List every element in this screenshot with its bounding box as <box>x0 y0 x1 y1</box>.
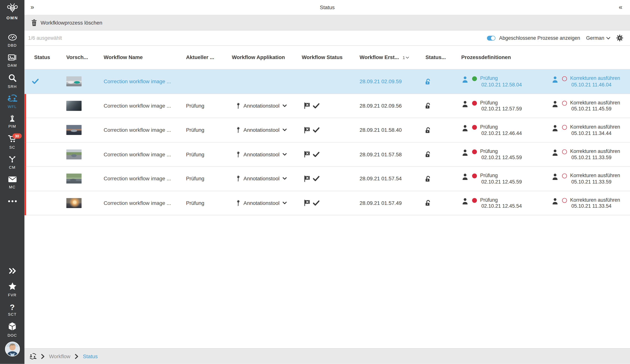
dashboard-icon <box>8 34 17 42</box>
definition-label: Prüfung <box>480 76 522 82</box>
person-icon <box>462 174 468 180</box>
row-selected-check-icon[interactable] <box>30 94 41 118</box>
workflow-name-link[interactable]: Correction workflow image ... <box>104 94 184 118</box>
sidebar-item-cm[interactable]: CM <box>0 152 24 172</box>
application-label: Annotationstool <box>244 176 280 182</box>
sidebar-item-sct[interactable]: ?SCT <box>0 300 24 320</box>
table-row[interactable]: Correction workflow image ... Prüfung An… <box>24 118 630 142</box>
collapse-panel-right-icon[interactable]: « <box>619 4 622 11</box>
workflow-application-dropdown[interactable]: Annotationstool <box>236 142 287 166</box>
sidebar-item-more[interactable] <box>0 193 24 208</box>
column-header-preview[interactable]: Vorsch... <box>66 46 88 69</box>
row-thumbnail[interactable] <box>66 94 82 118</box>
table-row[interactable]: Correction workflow image ... 28.09.21 0… <box>24 70 630 94</box>
definition-label: Korrekturen ausführen <box>570 124 620 130</box>
workflow-application-dropdown[interactable]: Annotationstool <box>236 118 287 142</box>
column-header-lock[interactable]: Status... <box>426 46 446 69</box>
column-header-definitions[interactable]: Prozessdefinitionen <box>461 46 511 69</box>
sidebar-item-pim[interactable]: PPIM <box>0 112 24 132</box>
sidebar-item-label: CM <box>9 165 16 170</box>
workflow-name-link[interactable]: Correction workflow image ... <box>104 167 184 190</box>
unlock-icon[interactable] <box>425 142 431 166</box>
sidebar-item-expand[interactable] <box>0 264 24 280</box>
unlock-icon[interactable] <box>425 167 431 190</box>
definition-label: Korrekturen ausführen <box>570 100 620 106</box>
unlock-icon[interactable] <box>425 118 431 142</box>
column-header-name[interactable]: Workflow Name <box>104 46 143 69</box>
column-header-current_step[interactable]: Aktueller ... <box>186 46 214 69</box>
sidebar-item-mc[interactable]: MC <box>0 172 24 193</box>
definition-timestamp: 05.10.21 11.46.04 <box>571 82 620 88</box>
sidebar-item-sc[interactable]: SC30 <box>0 132 24 152</box>
process-definition: Prüfung 02.10.21 12.45.59 <box>462 173 522 185</box>
sort-indicator: 1 <box>402 55 409 60</box>
selected-count: 1/6 ausgewählt <box>28 35 62 41</box>
row-selected-check-icon[interactable] <box>30 167 41 190</box>
table-row[interactable]: Correction workflow image ... Prüfung An… <box>24 191 630 215</box>
app-logo-text: OMN <box>6 15 18 20</box>
row-thumbnail[interactable] <box>66 191 82 215</box>
current-step-label: Prüfung <box>186 118 204 142</box>
row-thumbnail[interactable] <box>66 167 82 190</box>
unlock-icon[interactable] <box>425 94 431 118</box>
created-timestamp: 28.09.21 01.57.58 <box>360 142 402 166</box>
row-thumbnail[interactable] <box>66 118 82 142</box>
delete-workflow-process-label: Workfklowprozess löschen <box>40 20 102 26</box>
sidebar-item-srh[interactable]: SRH <box>0 71 24 91</box>
delete-workflow-process-button[interactable]: Workfklowprozess löschen <box>31 19 102 26</box>
sidebar-item-doc[interactable]: DOC <box>0 320 24 340</box>
table-row[interactable]: Correction workflow image ... Prüfung An… <box>24 142 630 167</box>
workflow-application-dropdown[interactable]: Annotationstool <box>236 94 287 118</box>
workflow-icon <box>7 94 18 104</box>
workflow-name-link[interactable]: Correction workflow image ... <box>104 70 184 94</box>
settings-gear-icon[interactable] <box>616 34 623 41</box>
definition-timestamp: 02.10.21 12.45.59 <box>481 179 522 185</box>
car-photo <box>66 76 82 86</box>
sidebar-item-dbd[interactable]: DBD <box>0 30 24 51</box>
column-header-application[interactable]: Workflow Applikation <box>232 46 285 69</box>
sidebar-item-wfl[interactable]: WFL <box>0 91 24 112</box>
row-selected-check-icon[interactable] <box>30 70 41 94</box>
selection-bar: 1/6 ausgewählt Abgeschlossene Prozesse a… <box>24 30 630 46</box>
workflow-name-link[interactable]: Correction workflow image ... <box>104 142 184 166</box>
workflow-application-dropdown[interactable]: Annotationstool <box>236 191 287 215</box>
table-row[interactable]: Correction workflow image ... Prüfung An… <box>24 94 630 118</box>
flag-x-icon <box>304 102 310 109</box>
chevron-down-icon <box>282 104 287 107</box>
sidebar-item-label: FVR <box>8 293 16 297</box>
person-icon <box>552 198 558 204</box>
flag-x-icon <box>304 151 310 158</box>
process-definition: Korrekturen ausführen 05.10.21 11.33.59 <box>552 173 620 185</box>
definition-label: Prüfung <box>480 124 522 130</box>
unlock-icon[interactable] <box>425 191 431 215</box>
breadcrumb-item[interactable]: Workflow <box>49 353 70 359</box>
sidebar-item-dam[interactable]: DAM <box>0 51 24 71</box>
status-dot-red-outline <box>562 149 567 154</box>
column-header-workflow_status[interactable]: Workflow Status <box>302 46 342 69</box>
definition-timestamp: 05.10.21 11.33.59 <box>571 179 620 185</box>
workflow-name-link[interactable]: Correction workflow image ... <box>104 118 184 142</box>
row-thumbnail[interactable] <box>66 70 82 94</box>
sidebar-item-label: SCT <box>8 312 16 316</box>
car-photo <box>66 198 82 208</box>
row-alert-bar <box>24 191 26 215</box>
row-thumbnail[interactable] <box>66 142 82 166</box>
show-completed-toggle[interactable] <box>487 36 496 40</box>
workflow-application-dropdown[interactable]: Annotationstool <box>236 167 287 190</box>
workflow-name-link[interactable]: Correction workflow image ... <box>104 191 184 215</box>
language-dropdown[interactable]: German <box>586 35 610 41</box>
row-selected-check-icon[interactable] <box>30 142 41 166</box>
sidebar-item-fvr[interactable]: FVR <box>0 280 24 300</box>
column-header-status[interactable]: Status <box>34 46 50 69</box>
unlock-icon[interactable] <box>425 70 431 94</box>
workflow-status-icons <box>304 118 322 142</box>
row-selected-check-icon[interactable] <box>30 118 41 142</box>
column-header-created[interactable]: Workflow Erst...1 <box>360 46 409 69</box>
person-icon <box>462 125 468 131</box>
row-selected-check-icon[interactable] <box>30 191 41 215</box>
mail-icon <box>8 176 17 184</box>
table-row[interactable]: Correction workflow image ... Prüfung An… <box>24 167 630 191</box>
breadcrumb-item[interactable]: Status <box>83 353 98 359</box>
definition-label: Korrekturen ausführen <box>570 173 620 179</box>
sidebar-item-profile[interactable] <box>0 340 24 360</box>
